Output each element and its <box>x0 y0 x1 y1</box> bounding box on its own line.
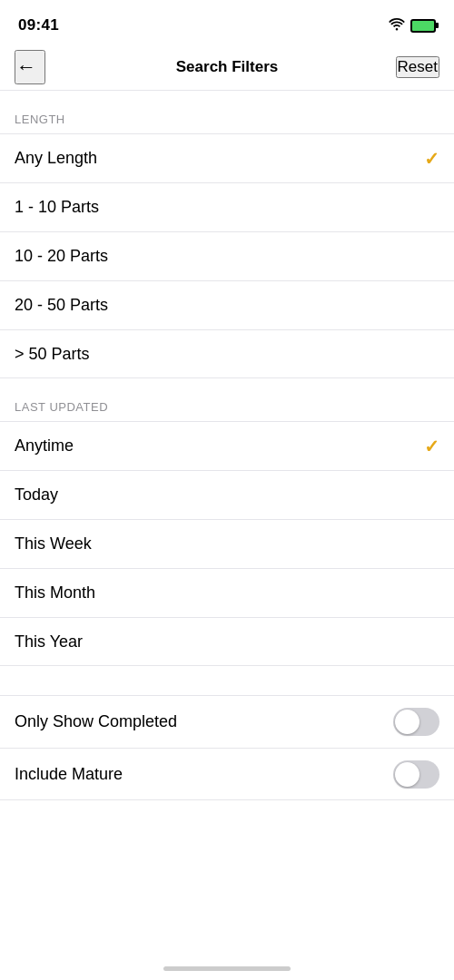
last-updated-filter-item[interactable]: Anytime ✓ <box>0 421 454 470</box>
last-updated-section: LAST UPDATED Anytime ✓ Today This Week T… <box>0 400 454 666</box>
last-updated-filter-item[interactable]: This Year <box>0 617 454 666</box>
length-section: LENGTH Any Length ✓ 1 - 10 Parts 10 - 20… <box>0 113 454 378</box>
filter-label: 10 - 20 Parts <box>15 247 108 266</box>
wifi-icon <box>389 18 405 34</box>
toggle-switch[interactable] <box>393 760 439 789</box>
last-updated-filter-list: Anytime ✓ Today This Week This Month Thi… <box>0 421 454 666</box>
last-updated-filter-item[interactable]: Today <box>0 470 454 519</box>
check-icon: ✓ <box>424 436 439 457</box>
filter-label: 20 - 50 Parts <box>15 296 108 315</box>
back-arrow-icon: ← <box>16 55 36 79</box>
length-section-header: LENGTH <box>0 113 454 133</box>
length-filter-item[interactable]: 20 - 50 Parts <box>0 280 454 329</box>
toggle-switch[interactable] <box>393 708 439 736</box>
length-filter-item[interactable]: 1 - 10 Parts <box>0 182 454 231</box>
toggle-item-0: Only Show Completed <box>0 695 454 748</box>
filter-label: Any Length <box>15 149 97 168</box>
back-button[interactable]: ← <box>15 50 45 84</box>
content-area: LENGTH Any Length ✓ 1 - 10 Parts 10 - 20… <box>0 91 454 948</box>
filter-label: > 50 Parts <box>15 345 90 364</box>
filter-label: This Year <box>15 632 83 652</box>
length-filter-item[interactable]: Any Length ✓ <box>0 133 454 182</box>
page-title: Search Filters <box>176 58 278 76</box>
nav-bar: ← Search Filters Reset <box>0 44 454 91</box>
toggle-item-1: Include Mature <box>0 748 454 800</box>
toggle-label: Include Mature <box>15 765 123 784</box>
filter-label: This Week <box>15 534 92 554</box>
length-filter-item[interactable]: > 50 Parts <box>0 329 454 378</box>
last-updated-filter-item[interactable]: This Week <box>0 519 454 568</box>
check-icon: ✓ <box>424 148 439 170</box>
status-icons <box>389 18 436 34</box>
status-bar: 09:41 <box>0 0 454 44</box>
status-time: 09:41 <box>18 16 59 34</box>
last-updated-filter-item[interactable]: This Month <box>0 568 454 617</box>
filter-label: 1 - 10 Parts <box>15 198 99 217</box>
home-bar <box>163 966 291 971</box>
toggle-section: Only Show Completed Include Mature <box>0 695 454 800</box>
filter-label: This Month <box>15 583 95 603</box>
toggle-label: Only Show Completed <box>15 712 177 731</box>
battery-icon <box>410 19 436 33</box>
length-filter-list: Any Length ✓ 1 - 10 Parts 10 - 20 Parts … <box>0 133 454 378</box>
filter-label: Today <box>15 485 58 505</box>
last-updated-section-header: LAST UPDATED <box>0 400 454 421</box>
length-filter-item[interactable]: 10 - 20 Parts <box>0 231 454 280</box>
reset-button[interactable]: Reset <box>396 56 439 78</box>
home-indicator <box>0 948 454 980</box>
filter-label: Anytime <box>15 436 74 456</box>
